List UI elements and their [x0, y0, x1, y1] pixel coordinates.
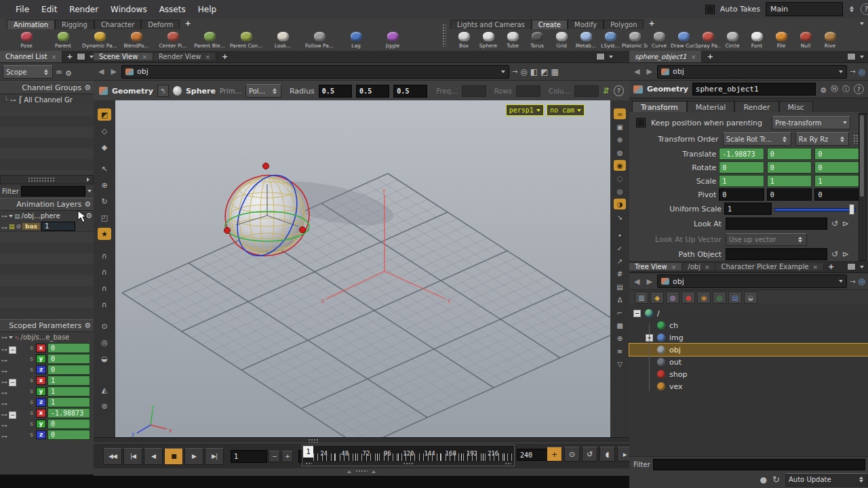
- pane-maximize-icon[interactable]: [847, 53, 856, 60]
- snap-primitive-icon[interactable]: ∩: [98, 266, 111, 278]
- snap-grid-icon[interactable]: ∩: [98, 249, 111, 262]
- pane-tab[interactable]: Scene View: [94, 53, 153, 60]
- view-tool-icon[interactable]: ◩: [98, 108, 111, 121]
- base-layer-value[interactable]: 1: [41, 222, 75, 231]
- pane-divider-handle[interactable]: [355, 470, 368, 473]
- radius-x-field[interactable]: 0.5: [319, 85, 352, 98]
- timeline-scroll-handle[interactable]: [403, 462, 414, 465]
- pin-icon[interactable]: [1, 220, 7, 232]
- collapse-icon[interactable]: [9, 215, 13, 218]
- pose-tool-icon[interactable]: ★: [98, 228, 111, 240]
- primitive-type-dropdown[interactable]: Pol...: [245, 84, 281, 98]
- menu-item[interactable]: Edit: [35, 2, 63, 17]
- look-at[interactable]: Look...: [264, 30, 301, 49]
- pin-icon[interactable]: [1, 333, 7, 341]
- cop-filter-icon[interactable]: ◎: [713, 291, 726, 304]
- flipbook-icon[interactable]: ◭: [98, 384, 111, 396]
- frame-decrement-button[interactable]: −: [269, 451, 280, 462]
- shelf-tab[interactable]: Lights and Cameras: [450, 20, 532, 29]
- vscrollbar[interactable]: [859, 113, 867, 261]
- pane-menu-icon[interactable]: [860, 266, 864, 268]
- menu-item[interactable]: Assets: [153, 2, 192, 17]
- keep-position-checkbox[interactable]: [636, 118, 646, 127]
- timeline-scroll-right-handle[interactable]: [505, 462, 511, 465]
- add-shelf-tab-button[interactable]: +: [180, 19, 195, 30]
- network-filter-icon[interactable]: ▥: [635, 291, 648, 304]
- scoped-parameter-row[interactable]: s y 1: [0, 386, 94, 396]
- follow-network-icon[interactable]: ◎: [859, 67, 865, 77]
- parent-constraint[interactable]: Parent Con...: [228, 30, 264, 49]
- spray-paint[interactable]: Spray Pa...: [696, 30, 720, 49]
- channel-value[interactable]: 1: [47, 375, 90, 386]
- close-icon[interactable]: [690, 53, 696, 60]
- vscrollbar-thumb[interactable]: [860, 115, 864, 197]
- lock-view-icon[interactable]: ▣: [614, 121, 626, 132]
- shop-filter-icon[interactable]: ●: [682, 291, 695, 304]
- lsystem[interactable]: LSyst...: [598, 30, 623, 49]
- draw-curve[interactable]: Draw Cur...: [671, 30, 696, 49]
- file[interactable]: File: [769, 30, 793, 49]
- parent[interactable]: Parent: [45, 30, 81, 49]
- play-reverse-button[interactable]: ◀: [144, 448, 163, 465]
- scope-dropdown[interactable]: Scope: [3, 65, 53, 79]
- parameter-tab[interactable]: Transform: [632, 101, 687, 113]
- dirty-cook-icon[interactable]: ●: [760, 475, 767, 485]
- pin-icon[interactable]: [1, 428, 7, 441]
- nav-forward-icon[interactable]: ▶: [108, 67, 118, 76]
- help-icon[interactable]: ?: [854, 84, 864, 94]
- parameter-tab[interactable]: Material: [687, 101, 735, 113]
- sphere[interactable]: Sphere: [476, 30, 500, 49]
- vector-z-field[interactable]: 1: [814, 175, 860, 187]
- channel-group-row[interactable]: └ ⌠All Channel Gr: [0, 94, 94, 105]
- group-collapse-icon[interactable]: [9, 407, 18, 420]
- prev-key-button[interactable]: |◀: [123, 448, 142, 465]
- pose-library-icon[interactable]: ◆: [98, 141, 111, 153]
- pane-expand-icon[interactable]: [347, 470, 351, 473]
- tree-node-row[interactable]: shop: [629, 368, 868, 380]
- vex-filter-icon[interactable]: ◉: [697, 291, 711, 304]
- vector-x-field[interactable]: 1: [719, 175, 764, 187]
- menu-item[interactable]: Windows: [104, 2, 153, 17]
- collapse-icon[interactable]: [9, 336, 13, 339]
- channel-value[interactable]: 1: [47, 386, 90, 396]
- vector-x-field[interactable]: 0: [719, 188, 764, 201]
- scoped-parameter-row[interactable]: s y 0: [0, 418, 94, 429]
- snapshot-icon[interactable]: ⊚: [98, 400, 111, 412]
- parameter-tab[interactable]: Misc: [779, 101, 813, 113]
- group-display-icon[interactable]: ▩: [614, 320, 626, 331]
- menu-item[interactable]: Help: [192, 2, 222, 17]
- close-icon[interactable]: [671, 263, 677, 270]
- filter-menu-icon[interactable]: [87, 190, 92, 192]
- nav-forward-icon[interactable]: ▶: [644, 67, 654, 76]
- add-pane-tab-icon[interactable]: +: [216, 51, 233, 62]
- houdini-help-icon[interactable]: Ⓗ: [831, 84, 838, 94]
- link-icon[interactable]: ∞: [56, 67, 62, 77]
- blend-poses[interactable]: BlendPo...: [118, 30, 155, 49]
- menu-item[interactable]: Render: [63, 2, 104, 17]
- channel-value[interactable]: 1: [47, 397, 90, 407]
- show-rigs-icon[interactable]: ◎: [614, 186, 626, 197]
- nav-back-icon[interactable]: ◀: [96, 67, 106, 76]
- take-stepper[interactable]: [848, 6, 855, 12]
- scoped-parameter-row[interactable]: s x -1.98873: [0, 407, 94, 418]
- vector-z-field[interactable]: 0: [814, 161, 860, 174]
- out-filter-icon[interactable]: ◒: [744, 291, 757, 304]
- path-dropdown-icon[interactable]: [839, 70, 843, 73]
- shading-mode-icon[interactable]: ◑: [614, 199, 626, 209]
- toolbox-icon[interactable]: ⇵: [603, 86, 610, 96]
- pane-tab[interactable]: Render View: [153, 53, 216, 60]
- display-lights-icon[interactable]: ◉: [614, 160, 626, 171]
- metaball[interactable]: Metab...: [574, 30, 598, 49]
- pane-layout-icon[interactable]: ◩: [540, 67, 548, 77]
- channel-groups-list[interactable]: [0, 105, 94, 175]
- tree-node-row[interactable]: vex: [629, 380, 868, 392]
- recook-icon[interactable]: ↻: [772, 474, 780, 485]
- pane-menu-icon[interactable]: [609, 56, 613, 58]
- pane-tab[interactable]: Character Picker Example: [715, 263, 823, 270]
- tree-node-row[interactable]: out: [629, 356, 868, 368]
- tree-node-row[interactable]: ch: [629, 319, 868, 331]
- add-pane-tab-icon[interactable]: +: [824, 261, 838, 272]
- ghost-other-objects-icon[interactable]: ◍: [614, 147, 626, 158]
- vector-y-field[interactable]: 0: [767, 148, 812, 160]
- scroll-right-icon[interactable]: [87, 178, 90, 182]
